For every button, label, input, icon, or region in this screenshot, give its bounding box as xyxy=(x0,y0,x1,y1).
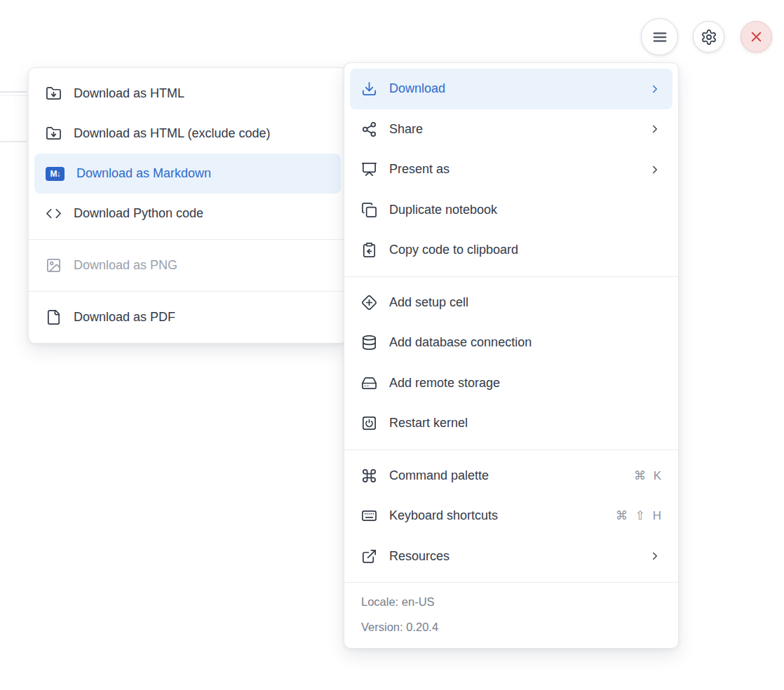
menu-item-add-remote-storage[interactable]: Add remote storage xyxy=(344,363,678,404)
menu-separator xyxy=(344,276,678,277)
menu-item-label: Restart kernel xyxy=(389,416,661,431)
menu-item-label: Duplicate notebook xyxy=(389,203,661,217)
markdown-badge-icon: M↓ xyxy=(46,167,65,181)
x-icon xyxy=(748,29,764,45)
chevron-right-icon xyxy=(649,123,661,135)
menu-item-download-as-png[interactable]: Download as PNG xyxy=(29,245,346,285)
menu-item-restart-kernel[interactable]: Restart kernel xyxy=(344,403,678,444)
presentation-icon xyxy=(361,161,377,177)
menu-item-label: Download as HTML xyxy=(74,86,330,101)
menu-item-label: Copy code to clipboard xyxy=(389,243,661,257)
gear-icon xyxy=(701,29,717,46)
folder-down-icon xyxy=(46,126,62,142)
menu-item-add-database-connection[interactable]: Add database connection xyxy=(344,323,678,363)
page-edge-line xyxy=(0,95,28,96)
hard-drive-icon xyxy=(361,375,377,391)
page-edge-line xyxy=(0,141,27,142)
menu-item-present-as[interactable]: Present as xyxy=(344,149,678,190)
menu-item-label: Resources xyxy=(389,549,637,564)
menu-item-label: Add database connection xyxy=(389,335,661,350)
chevron-right-icon xyxy=(649,163,661,176)
settings-button[interactable] xyxy=(693,21,724,53)
menu-separator xyxy=(344,449,678,450)
menu-item-resources[interactable]: Resources xyxy=(344,536,678,577)
close-button[interactable] xyxy=(741,21,772,53)
download-submenu: Download as HTML Download as HTML (exclu… xyxy=(28,67,347,344)
menu-separator xyxy=(29,291,346,292)
menu-item-copy-code-to-clipboard[interactable]: Copy code to clipboard xyxy=(344,230,678,271)
file-icon xyxy=(46,309,62,325)
duplicate-icon xyxy=(361,202,377,218)
code-icon xyxy=(46,205,62,222)
clipboard-copy-icon xyxy=(361,242,377,258)
menu-item-label: Download as PNG xyxy=(74,258,330,273)
menu-item-label: Keyboard shortcuts xyxy=(389,508,604,523)
chevron-right-icon xyxy=(649,83,661,95)
download-icon xyxy=(361,81,377,97)
menu-item-label: Download as Markdown xyxy=(76,166,330,181)
menu-item-label: Present as xyxy=(389,162,637,177)
share-icon xyxy=(361,121,377,137)
shortcut-hint: ⌘ ⇧ H xyxy=(616,508,661,523)
menu-separator xyxy=(29,239,346,240)
image-icon xyxy=(46,257,62,273)
command-icon xyxy=(361,468,377,484)
menu-item-label: Download xyxy=(389,81,637,96)
menu-item-download-as-html-exclude-code[interactable]: Download as HTML (exclude code) xyxy=(29,114,346,154)
menu-item-add-setup-cell[interactable]: Add setup cell xyxy=(344,283,678,323)
menu-item-label: Download as HTML (exclude code) xyxy=(74,126,330,141)
menu-item-label: Add remote storage xyxy=(389,376,661,391)
database-icon xyxy=(361,334,377,351)
menu-item-label: Download as PDF xyxy=(74,310,330,325)
power-icon xyxy=(361,415,377,431)
locale-text: Locale: en-US xyxy=(361,589,661,614)
notebook-menu: Download Share Present as Duplicate note… xyxy=(344,62,679,649)
keyboard-icon xyxy=(361,508,377,524)
menu-item-download-python-code[interactable]: Download Python code xyxy=(29,194,346,234)
menu-item-keyboard-shortcuts[interactable]: Keyboard shortcuts ⌘ ⇧ H xyxy=(344,496,678,536)
notebook-menu-button[interactable] xyxy=(641,18,678,55)
menu-item-download-as-html[interactable]: Download as HTML xyxy=(29,74,346,114)
page-edge-line xyxy=(0,91,27,93)
menu-item-download-as-pdf[interactable]: Download as PDF xyxy=(29,297,346,337)
folder-down-icon xyxy=(46,86,62,102)
shortcut-hint: ⌘ K xyxy=(634,468,661,483)
chevron-right-icon xyxy=(649,550,661,562)
external-link-icon xyxy=(361,548,377,564)
menu-item-duplicate-notebook[interactable]: Duplicate notebook xyxy=(344,190,678,231)
menu-item-label: Command palette xyxy=(389,468,622,483)
menu-item-label: Add setup cell xyxy=(389,295,661,310)
diamond-plus-icon xyxy=(361,295,377,311)
menu-item-command-palette[interactable]: Command palette ⌘ K xyxy=(344,456,678,496)
version-text: Version: 0.20.4 xyxy=(361,614,661,640)
menu-item-label: Share xyxy=(389,122,637,137)
menu-item-download[interactable]: Download xyxy=(350,69,673,109)
menu-item-share[interactable]: Share xyxy=(344,109,678,150)
menu-item-label: Download Python code xyxy=(74,206,330,221)
menu-item-download-as-markdown[interactable]: M↓ Download as Markdown xyxy=(34,154,341,194)
hamburger-icon xyxy=(651,28,669,46)
menu-footer: Locale: en-US Version: 0.20.4 xyxy=(344,582,678,648)
